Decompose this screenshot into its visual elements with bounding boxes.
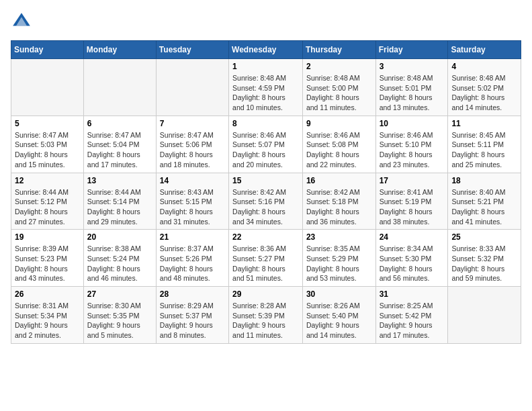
day-number: 28: [160, 289, 225, 299]
calendar-cell: 14Sunrise: 8:43 AM Sunset: 5:15 PM Dayli…: [156, 173, 228, 230]
calendar-week-row: 5Sunrise: 8:47 AM Sunset: 5:03 PM Daylig…: [11, 116, 521, 173]
calendar-cell: 7Sunrise: 8:47 AM Sunset: 5:06 PM Daylig…: [156, 116, 228, 173]
day-info: Sunrise: 8:47 AM Sunset: 5:04 PM Dayligh…: [87, 130, 152, 170]
day-number: 27: [87, 289, 152, 299]
day-info: Sunrise: 8:26 AM Sunset: 5:40 PM Dayligh…: [306, 301, 372, 340]
day-info: Sunrise: 8:44 AM Sunset: 5:12 PM Dayligh…: [15, 187, 80, 227]
calendar-table: SundayMondayTuesdayWednesdayThursdayFrid…: [11, 40, 521, 344]
calendar-cell: 4Sunrise: 8:48 AM Sunset: 5:02 PM Daylig…: [448, 59, 521, 116]
calendar-cell: 15Sunrise: 8:42 AM Sunset: 5:16 PM Dayli…: [229, 173, 303, 230]
calendar-cell: 20Sunrise: 8:38 AM Sunset: 5:24 PM Dayli…: [83, 230, 156, 287]
calendar-cell: 28Sunrise: 8:29 AM Sunset: 5:37 PM Dayli…: [156, 287, 228, 344]
day-number: 23: [306, 232, 372, 242]
calendar-cell: 24Sunrise: 8:34 AM Sunset: 5:30 PM Dayli…: [375, 230, 448, 287]
column-header-saturday: Saturday: [448, 41, 521, 59]
day-number: 19: [15, 232, 80, 242]
calendar-cell: 2Sunrise: 8:48 AM Sunset: 5:00 PM Daylig…: [302, 59, 375, 116]
calendar-cell: 5Sunrise: 8:47 AM Sunset: 5:03 PM Daylig…: [11, 116, 84, 173]
day-info: Sunrise: 8:41 AM Sunset: 5:19 PM Dayligh…: [380, 187, 445, 227]
day-info: Sunrise: 8:36 AM Sunset: 5:27 PM Dayligh…: [232, 244, 299, 283]
column-header-thursday: Thursday: [302, 41, 375, 59]
calendar-cell: 23Sunrise: 8:35 AM Sunset: 5:29 PM Dayli…: [302, 230, 375, 287]
day-number: 13: [87, 176, 152, 185]
calendar-cell: 1Sunrise: 8:48 AM Sunset: 4:59 PM Daylig…: [229, 59, 303, 116]
day-info: Sunrise: 8:46 AM Sunset: 5:08 PM Dayligh…: [306, 130, 372, 170]
calendar-cell: 19Sunrise: 8:39 AM Sunset: 5:23 PM Dayli…: [11, 230, 84, 287]
day-number: 18: [451, 176, 517, 185]
day-number: 21: [160, 232, 225, 242]
calendar-cell: 3Sunrise: 8:48 AM Sunset: 5:01 PM Daylig…: [375, 59, 448, 116]
day-number: 20: [87, 232, 152, 242]
calendar-cell: 12Sunrise: 8:44 AM Sunset: 5:12 PM Dayli…: [11, 173, 84, 230]
calendar-cell: [156, 59, 228, 116]
calendar-cell: 26Sunrise: 8:31 AM Sunset: 5:34 PM Dayli…: [11, 287, 84, 344]
calendar-cell: 13Sunrise: 8:44 AM Sunset: 5:14 PM Dayli…: [83, 173, 156, 230]
day-number: 10: [380, 119, 445, 128]
calendar-week-row: 19Sunrise: 8:39 AM Sunset: 5:23 PM Dayli…: [11, 230, 521, 287]
day-info: Sunrise: 8:43 AM Sunset: 5:15 PM Dayligh…: [160, 187, 225, 227]
day-info: Sunrise: 8:33 AM Sunset: 5:32 PM Dayligh…: [451, 244, 517, 283]
day-number: 4: [451, 62, 517, 71]
day-number: 14: [160, 176, 225, 185]
day-info: Sunrise: 8:28 AM Sunset: 5:39 PM Dayligh…: [232, 301, 299, 340]
calendar-cell: 6Sunrise: 8:47 AM Sunset: 5:04 PM Daylig…: [83, 116, 156, 173]
day-number: 12: [15, 176, 80, 185]
column-header-monday: Monday: [83, 41, 156, 59]
calendar-header-row: SundayMondayTuesdayWednesdayThursdayFrid…: [11, 41, 521, 59]
calendar-cell: 27Sunrise: 8:30 AM Sunset: 5:35 PM Dayli…: [83, 287, 156, 344]
calendar-week-row: 26Sunrise: 8:31 AM Sunset: 5:34 PM Dayli…: [11, 287, 521, 344]
calendar-cell: 11Sunrise: 8:45 AM Sunset: 5:11 PM Dayli…: [448, 116, 521, 173]
day-info: Sunrise: 8:46 AM Sunset: 5:10 PM Dayligh…: [380, 130, 445, 170]
day-number: 11: [451, 119, 517, 128]
column-header-wednesday: Wednesday: [229, 41, 303, 59]
day-number: 26: [15, 289, 80, 299]
day-number: 8: [232, 119, 299, 128]
calendar-cell: 10Sunrise: 8:46 AM Sunset: 5:10 PM Dayli…: [375, 116, 448, 173]
day-info: Sunrise: 8:44 AM Sunset: 5:14 PM Dayligh…: [87, 187, 152, 227]
column-header-tuesday: Tuesday: [156, 41, 228, 59]
day-info: Sunrise: 8:48 AM Sunset: 4:59 PM Dayligh…: [232, 73, 299, 113]
day-number: 31: [380, 289, 445, 299]
column-header-friday: Friday: [375, 41, 448, 59]
day-info: Sunrise: 8:45 AM Sunset: 5:11 PM Dayligh…: [451, 130, 517, 170]
day-info: Sunrise: 8:35 AM Sunset: 5:29 PM Dayligh…: [306, 244, 372, 283]
day-info: Sunrise: 8:31 AM Sunset: 5:34 PM Dayligh…: [15, 301, 80, 340]
calendar-cell: [448, 287, 521, 344]
day-number: 24: [380, 232, 445, 242]
day-info: Sunrise: 8:29 AM Sunset: 5:37 PM Dayligh…: [160, 301, 225, 340]
day-info: Sunrise: 8:30 AM Sunset: 5:35 PM Dayligh…: [87, 301, 152, 340]
day-info: Sunrise: 8:47 AM Sunset: 5:06 PM Dayligh…: [160, 130, 225, 170]
day-info: Sunrise: 8:42 AM Sunset: 5:18 PM Dayligh…: [306, 187, 372, 227]
day-number: 1: [232, 62, 299, 71]
page-header: [11, 11, 521, 32]
day-number: 3: [380, 62, 445, 71]
day-info: Sunrise: 8:47 AM Sunset: 5:03 PM Dayligh…: [15, 130, 80, 170]
day-info: Sunrise: 8:40 AM Sunset: 5:21 PM Dayligh…: [451, 187, 517, 227]
day-number: 25: [451, 232, 517, 242]
day-number: 9: [306, 119, 372, 128]
calendar-cell: 17Sunrise: 8:41 AM Sunset: 5:19 PM Dayli…: [375, 173, 448, 230]
calendar-week-row: 12Sunrise: 8:44 AM Sunset: 5:12 PM Dayli…: [11, 173, 521, 230]
day-info: Sunrise: 8:42 AM Sunset: 5:16 PM Dayligh…: [232, 187, 299, 227]
calendar-cell: 29Sunrise: 8:28 AM Sunset: 5:39 PM Dayli…: [229, 287, 303, 344]
day-number: 30: [306, 289, 372, 299]
day-number: 5: [15, 119, 80, 128]
day-number: 16: [306, 176, 372, 185]
day-info: Sunrise: 8:46 AM Sunset: 5:07 PM Dayligh…: [232, 130, 299, 170]
logo: [11, 11, 35, 32]
calendar-cell: 9Sunrise: 8:46 AM Sunset: 5:08 PM Daylig…: [302, 116, 375, 173]
day-info: Sunrise: 8:48 AM Sunset: 5:02 PM Dayligh…: [451, 73, 517, 113]
calendar-week-row: 1Sunrise: 8:48 AM Sunset: 4:59 PM Daylig…: [11, 59, 521, 116]
day-number: 17: [380, 176, 445, 185]
calendar-cell: 16Sunrise: 8:42 AM Sunset: 5:18 PM Dayli…: [302, 173, 375, 230]
day-number: 2: [306, 62, 372, 71]
day-info: Sunrise: 8:48 AM Sunset: 5:00 PM Dayligh…: [306, 73, 372, 113]
calendar-cell: 30Sunrise: 8:26 AM Sunset: 5:40 PM Dayli…: [302, 287, 375, 344]
calendar-cell: 22Sunrise: 8:36 AM Sunset: 5:27 PM Dayli…: [229, 230, 303, 287]
day-info: Sunrise: 8:39 AM Sunset: 5:23 PM Dayligh…: [15, 244, 80, 283]
logo-icon: [11, 11, 32, 32]
day-info: Sunrise: 8:38 AM Sunset: 5:24 PM Dayligh…: [87, 244, 152, 283]
day-number: 22: [232, 232, 299, 242]
day-number: 6: [87, 119, 152, 128]
day-number: 29: [232, 289, 299, 299]
